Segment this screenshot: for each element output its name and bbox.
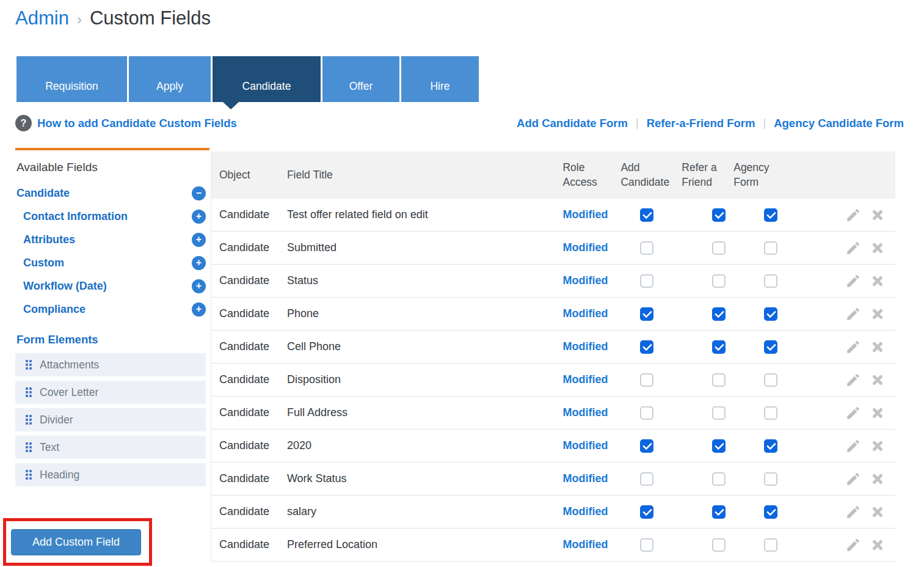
add-custom-field-button[interactable]: Add Custom Field: [11, 529, 141, 555]
tab-candidate[interactable]: Candidate: [213, 56, 321, 102]
sidebar-item-custom[interactable]: Custom+: [15, 251, 209, 274]
role-access-modified-link[interactable]: Modified: [562, 241, 608, 254]
role-access-modified-link[interactable]: Modified: [562, 406, 608, 419]
sidebar-item-workflow-date[interactable]: Workflow (Date)+: [15, 274, 209, 298]
refer-a-friend-checkbox[interactable]: [712, 340, 726, 354]
delete-field-button[interactable]: [871, 307, 884, 321]
delete-field-button[interactable]: [871, 274, 884, 288]
edit-field-button[interactable]: [845, 207, 861, 223]
help-link[interactable]: ? How to add Candidate Custom Fields: [15, 115, 237, 131]
refer-a-friend-checkbox[interactable]: [712, 538, 726, 552]
tab-hire[interactable]: Hire: [401, 56, 479, 102]
delete-field-button[interactable]: [871, 538, 884, 552]
plus-circle-icon[interactable]: +: [192, 256, 206, 270]
edit-field-button[interactable]: [845, 537, 861, 553]
delete-field-button[interactable]: [871, 373, 884, 387]
refer-a-friend-checkbox[interactable]: [712, 406, 726, 420]
role-access-modified-link[interactable]: Modified: [562, 538, 608, 551]
role-access-modified-link[interactable]: Modified: [562, 373, 608, 386]
sidebar-item-contact-information[interactable]: Contact Information+: [15, 205, 209, 228]
delete-field-button[interactable]: [871, 505, 884, 519]
tab-apply[interactable]: Apply: [129, 56, 211, 102]
agency-form-checkbox[interactable]: [764, 406, 777, 420]
delete-field-button[interactable]: [871, 472, 884, 486]
add-candidate-checkbox[interactable]: [640, 406, 653, 420]
plus-circle-icon[interactable]: +: [192, 279, 206, 293]
sidebar-item-attributes[interactable]: Attributes+: [15, 228, 209, 251]
form-element-attachments[interactable]: Attachments: [15, 353, 206, 376]
form-element-text[interactable]: Text: [15, 436, 206, 459]
refer-a-friend-checkbox[interactable]: [712, 307, 726, 321]
refer-a-friend-checkbox[interactable]: [712, 373, 726, 387]
drag-handle-icon[interactable]: [26, 415, 32, 425]
delete-field-button[interactable]: [871, 439, 884, 453]
drag-handle-icon[interactable]: [26, 387, 32, 397]
edit-field-button[interactable]: [845, 273, 861, 289]
form-element-heading[interactable]: Heading: [15, 463, 206, 486]
edit-field-button[interactable]: [845, 339, 861, 355]
agency-form-checkbox[interactable]: [764, 373, 777, 387]
tab-offer[interactable]: Offer: [322, 56, 399, 102]
agency-form-checkbox[interactable]: [764, 505, 777, 519]
role-access-modified-link[interactable]: Modified: [562, 208, 608, 221]
drag-handle-icon[interactable]: [26, 360, 32, 370]
add-candidate-checkbox[interactable]: [640, 274, 653, 288]
role-access-modified-link[interactable]: Modified: [562, 439, 608, 452]
form-element-divider[interactable]: Divider: [15, 408, 206, 431]
refer-a-friend-checkbox[interactable]: [712, 241, 726, 255]
sidebar-item-candidate[interactable]: Candidate −: [15, 181, 209, 205]
edit-field-button[interactable]: [845, 438, 861, 454]
add-candidate-checkbox[interactable]: [640, 439, 653, 453]
tab-requisition[interactable]: Requisition: [16, 56, 127, 102]
refer-a-friend-form-link[interactable]: Refer-a-Friend Form: [647, 117, 755, 130]
plus-circle-icon[interactable]: +: [192, 210, 206, 224]
add-candidate-checkbox[interactable]: [640, 472, 653, 486]
edit-field-button[interactable]: [845, 504, 861, 520]
role-access-modified-link[interactable]: Modified: [562, 340, 608, 353]
agency-form-checkbox[interactable]: [764, 307, 777, 321]
delete-field-button[interactable]: [871, 406, 884, 420]
agency-form-checkbox[interactable]: [764, 208, 777, 222]
add-candidate-checkbox[interactable]: [640, 505, 653, 519]
edit-field-button[interactable]: [845, 240, 861, 256]
refer-a-friend-checkbox[interactable]: [712, 274, 726, 288]
agency-form-checkbox[interactable]: [764, 538, 777, 552]
edit-field-button[interactable]: [845, 372, 861, 388]
agency-form-checkbox[interactable]: [764, 340, 777, 354]
delete-field-button[interactable]: [871, 241, 884, 255]
add-candidate-form-link[interactable]: Add Candidate Form: [517, 117, 628, 130]
agency-form-checkbox[interactable]: [764, 274, 777, 288]
minus-circle-icon[interactable]: −: [192, 186, 206, 200]
add-candidate-checkbox[interactable]: [640, 373, 653, 387]
role-access-modified-link[interactable]: Modified: [562, 274, 608, 287]
add-candidate-cell: [616, 241, 677, 255]
refer-a-friend-checkbox[interactable]: [712, 472, 726, 486]
breadcrumb-admin-link[interactable]: Admin: [15, 7, 69, 29]
refer-a-friend-checkbox[interactable]: [712, 505, 726, 519]
agency-form-checkbox[interactable]: [764, 439, 777, 453]
add-candidate-checkbox[interactable]: [640, 241, 653, 255]
add-candidate-checkbox[interactable]: [640, 340, 653, 354]
add-candidate-checkbox[interactable]: [640, 538, 653, 552]
add-candidate-checkbox[interactable]: [640, 208, 653, 222]
plus-circle-icon[interactable]: +: [192, 233, 206, 247]
agency-form-checkbox[interactable]: [764, 472, 777, 486]
role-access-modified-link[interactable]: Modified: [562, 505, 608, 518]
add-candidate-checkbox[interactable]: [640, 307, 653, 321]
delete-field-button[interactable]: [871, 340, 884, 354]
role-access-modified-link[interactable]: Modified: [562, 307, 608, 320]
refer-a-friend-checkbox[interactable]: [712, 208, 726, 222]
sidebar-item-compliance[interactable]: Compliance+: [15, 298, 209, 321]
edit-field-button[interactable]: [845, 306, 861, 322]
plus-circle-icon[interactable]: +: [192, 302, 206, 316]
edit-field-button[interactable]: [845, 471, 861, 487]
drag-handle-icon[interactable]: [26, 470, 32, 480]
edit-field-button[interactable]: [845, 405, 861, 421]
role-access-modified-link[interactable]: Modified: [562, 472, 608, 485]
form-element-cover-letter[interactable]: Cover Letter: [15, 381, 206, 404]
delete-field-button[interactable]: [871, 208, 884, 222]
drag-handle-icon[interactable]: [26, 442, 32, 452]
agency-form-checkbox[interactable]: [764, 241, 777, 255]
refer-a-friend-checkbox[interactable]: [712, 439, 726, 453]
agency-candidate-form-link[interactable]: Agency Candidate Form: [774, 117, 904, 130]
